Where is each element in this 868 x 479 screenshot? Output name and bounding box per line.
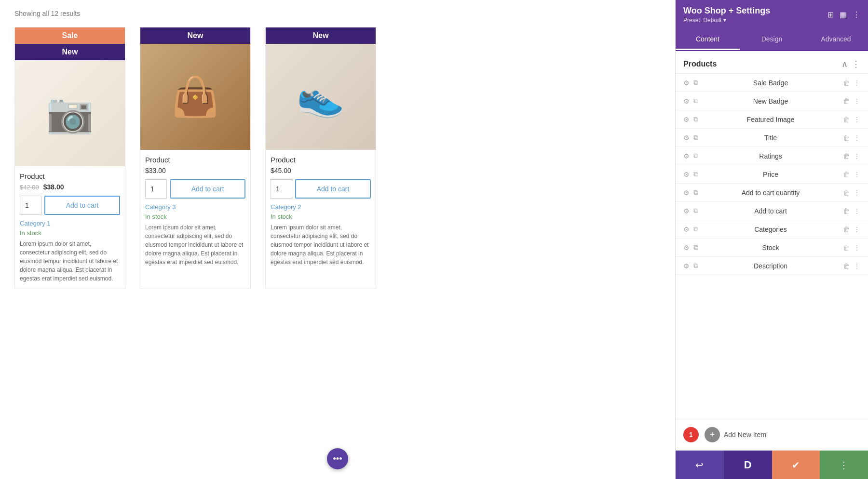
in-stock-label: In stock	[20, 229, 120, 237]
copy-icon[interactable]: ⧉	[693, 243, 698, 252]
product-card: Sale New Product $42.00 $38.00 Add to ca…	[14, 27, 125, 289]
more-icon[interactable]: ⋮	[854, 189, 860, 197]
new-badge: New	[15, 44, 125, 60]
quantity-input[interactable]	[271, 179, 292, 199]
gear-icon[interactable]: ⚙	[683, 244, 690, 252]
copy-icon[interactable]: ⧉	[693, 207, 698, 215]
section-title: Products	[683, 60, 717, 68]
quantity-input[interactable]	[20, 196, 41, 215]
delete-icon[interactable]: 🗑	[843, 79, 850, 87]
sale-badge: Sale	[15, 27, 125, 44]
delete-icon[interactable]: 🗑	[843, 244, 850, 252]
add-new-item-button[interactable]: + Add New Item	[705, 427, 766, 442]
more-icon[interactable]: ⋮	[854, 207, 860, 215]
item-label: Add to cart	[702, 207, 839, 215]
product-description: Lorem ipsum dolor sit amet, consectetur …	[271, 223, 371, 266]
panel-footer: 1 + Add New Item	[676, 419, 868, 450]
delete-icon[interactable]: 🗑	[843, 262, 850, 270]
preset-label: Preset: Default	[683, 17, 721, 24]
tab-content[interactable]: Content	[676, 29, 740, 50]
add-to-cart-row: Add to cart	[20, 196, 120, 215]
product-image	[140, 44, 250, 150]
add-to-cart-button[interactable]: Add to cart	[295, 179, 371, 199]
more-icon[interactable]: ⋮	[854, 171, 860, 178]
delete-icon[interactable]: 🗑	[843, 97, 850, 105]
in-stock-label: In stock	[145, 213, 245, 220]
panel-header-info: Woo Shop + Settings Preset: Default ▾	[683, 6, 770, 24]
category-link[interactable]: Category 1	[20, 220, 120, 227]
copy-icon[interactable]: ⧉	[693, 225, 698, 233]
copy-icon[interactable]: ⧉	[693, 97, 698, 105]
copy-icon[interactable]: ⧉	[693, 152, 698, 160]
preset-arrow: ▾	[723, 17, 726, 24]
float-action-button[interactable]: •••	[327, 448, 348, 469]
more-icon[interactable]: ⋮	[854, 134, 860, 142]
gear-icon[interactable]: ⚙	[683, 171, 690, 178]
gear-icon[interactable]: ⚙	[683, 116, 690, 123]
item-label: Price	[702, 171, 839, 178]
delete-icon[interactable]: 🗑	[843, 207, 850, 215]
section-more-icon[interactable]: ⋮	[852, 59, 860, 69]
gear-icon[interactable]: ⚙	[683, 262, 690, 270]
product-name: Product	[20, 172, 120, 180]
category-link[interactable]: Category 2	[271, 203, 371, 211]
main-content: Showing all 12 results Sale New Product …	[0, 0, 675, 479]
bottom-bar-divi-button[interactable]: D	[724, 451, 772, 479]
bottom-bar-save-button[interactable]: ✔	[772, 451, 820, 479]
gear-icon[interactable]: ⚙	[683, 207, 690, 215]
product-description: Lorem ipsum dolor sit amet, consectetur …	[20, 240, 120, 283]
panel-more-icon[interactable]: ⋮	[853, 10, 860, 19]
product-info: Product $33.00 Add to cart Category 3 In…	[140, 150, 250, 272]
product-card: New Product $33.00 Add to cart Category …	[140, 27, 251, 289]
item-label: Ratings	[702, 152, 839, 160]
gear-icon[interactable]: ⚙	[683, 134, 690, 142]
copy-icon[interactable]: ⧉	[693, 79, 698, 87]
more-icon[interactable]: ⋮	[854, 116, 860, 123]
bottom-bar-more-button[interactable]: ⋮	[820, 451, 868, 479]
more-icon[interactable]: ⋮	[854, 97, 860, 105]
products-grid: Sale New Product $42.00 $38.00 Add to ca…	[14, 27, 661, 289]
tab-advanced[interactable]: Advanced	[804, 29, 868, 50]
copy-icon[interactable]: ⧉	[693, 133, 698, 142]
gear-icon[interactable]: ⚙	[683, 189, 690, 197]
gear-icon[interactable]: ⚙	[683, 97, 690, 105]
add-to-cart-button[interactable]: Add to cart	[44, 196, 120, 215]
delete-icon[interactable]: 🗑	[843, 189, 850, 197]
section-collapse-icon[interactable]: ∧	[841, 59, 848, 69]
copy-icon[interactable]: ⧉	[693, 262, 698, 270]
more-icon[interactable]: ⋮	[854, 226, 860, 233]
delete-icon[interactable]: 🗑	[843, 152, 850, 160]
in-stock-label: In stock	[271, 213, 371, 220]
more-icon[interactable]: ⋮	[854, 244, 860, 252]
more-icon[interactable]: ⋮	[854, 79, 860, 87]
item-label: Categories	[702, 226, 839, 233]
panel-subtitle: Preset: Default ▾	[683, 17, 770, 24]
copy-icon[interactable]: ⧉	[693, 115, 698, 123]
more-icon[interactable]: ⋮	[854, 262, 860, 270]
tab-design[interactable]: Design	[740, 29, 804, 50]
gear-icon[interactable]: ⚙	[683, 79, 690, 87]
panel-title: Woo Shop + Settings	[683, 6, 770, 16]
delete-icon[interactable]: 🗑	[843, 226, 850, 233]
add-to-cart-button[interactable]: Add to cart	[170, 179, 245, 199]
more-icon[interactable]: ⋮	[854, 152, 860, 160]
panel-header: Woo Shop + Settings Preset: Default ▾ ⊞ …	[676, 0, 868, 29]
delete-icon[interactable]: 🗑	[843, 134, 850, 142]
item-count-badge: 1	[683, 427, 699, 442]
panel-resize-icon[interactable]: ⊞	[827, 10, 834, 19]
more-options-icon: ⋮	[839, 459, 849, 471]
add-to-cart-row: Add to cart	[145, 179, 245, 199]
undo-icon: ↩	[695, 459, 704, 471]
category-link[interactable]: Category 3	[145, 203, 245, 211]
quantity-input[interactable]	[145, 179, 167, 199]
bottom-bar-undo-button[interactable]: ↩	[676, 451, 724, 479]
delete-icon[interactable]: 🗑	[843, 116, 850, 123]
gear-icon[interactable]: ⚙	[683, 152, 690, 160]
delete-icon[interactable]: 🗑	[843, 171, 850, 178]
product-info: Product $45.00 Add to cart Category 2 In…	[266, 150, 376, 272]
copy-icon[interactable]: ⧉	[693, 188, 698, 197]
panel-grid-icon[interactable]: ▦	[840, 10, 847, 19]
gear-icon[interactable]: ⚙	[683, 226, 690, 233]
section-header: Products ∧ ⋮	[676, 51, 868, 74]
copy-icon[interactable]: ⧉	[693, 170, 698, 178]
